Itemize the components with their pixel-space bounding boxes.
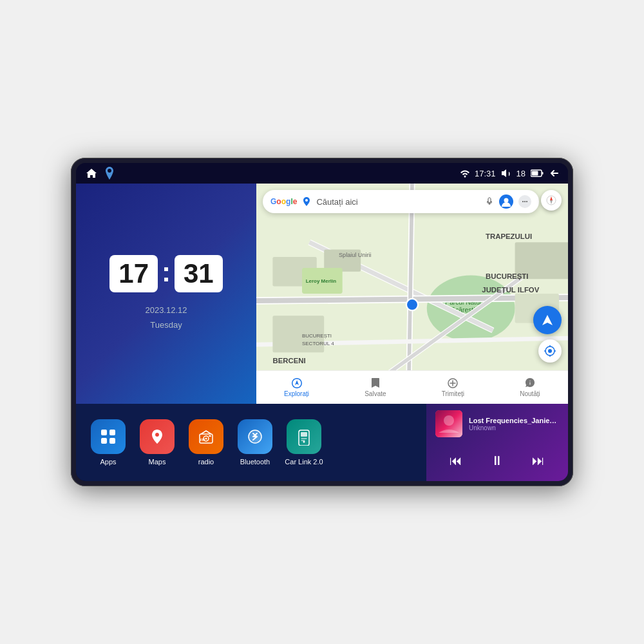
radio-icon: FM	[189, 419, 223, 454]
battery-icon	[531, 169, 544, 177]
apps-label: Apps	[100, 458, 116, 466]
updates-icon	[524, 377, 536, 389]
clock-date: 2023.12.12 Tuesday	[145, 303, 187, 333]
svg-text:SECTORUL 4: SECTORUL 4	[302, 341, 334, 346]
carlink-label: Car Link 2.0	[285, 458, 323, 466]
clock-display: 17 : 31	[109, 255, 222, 292]
svg-text:BERCENI: BERCENI	[272, 357, 305, 365]
map-updates-btn[interactable]: Noutăți	[520, 377, 540, 397]
map-navigate-btn[interactable]	[533, 306, 562, 334]
bottom-section: Apps Maps	[76, 404, 568, 481]
svg-text:Splaiul Unirii: Splaiul Unirii	[339, 252, 372, 258]
music-thumbnail	[435, 410, 462, 437]
updates-label: Noutăți	[520, 390, 540, 397]
music-title: Lost Frequencies_Janieck Devy-...	[469, 417, 559, 424]
svg-rect-1	[532, 171, 538, 176]
svg-text:JUDEȚUL ILFOV: JUDEȚUL ILFOV	[482, 286, 539, 294]
date-text: 2023.12.12	[145, 303, 187, 317]
car-display-device: 17:31 18	[71, 158, 573, 486]
app-item-carlink[interactable]: Car Link 2.0	[285, 419, 323, 466]
day-text: Tuesday	[145, 317, 187, 332]
music-artist: Unknown	[469, 424, 559, 431]
svg-text:TRAPEZULUI: TRAPEZULUI	[486, 232, 532, 240]
app-item-bluetooth[interactable]: Bluetooth	[236, 419, 274, 466]
svg-point-41	[205, 438, 207, 440]
mic-icon[interactable]	[485, 197, 494, 206]
svg-point-49	[444, 415, 454, 426]
svg-rect-35	[109, 430, 115, 435]
map-top-right	[541, 190, 562, 211]
clock-hours: 17	[109, 255, 158, 292]
svg-rect-46	[301, 432, 307, 437]
search-icons	[485, 194, 531, 209]
maps-logo: Google	[270, 197, 297, 206]
map-orientation-btn[interactable]	[541, 190, 562, 211]
explore-icon	[291, 377, 303, 389]
app-item-apps[interactable]: Apps	[89, 419, 128, 466]
svg-text:FM: FM	[200, 438, 205, 442]
map-bottom-nav: Explorați Salvate	[256, 370, 568, 404]
contribute-label: Trimiteți	[442, 390, 464, 397]
svg-point-24	[504, 198, 509, 203]
svg-rect-36	[101, 438, 107, 444]
status-bar: 17:31 18	[76, 163, 568, 184]
account-icon[interactable]	[499, 194, 513, 209]
clock-panel: 17 : 31 2023.12.12 Tuesday	[76, 184, 256, 404]
svg-text:BUCUREȘTI: BUCUREȘTI	[486, 272, 528, 280]
map-panel[interactable]: Parcul Natural Văcărești	[256, 184, 568, 404]
svg-text:BUCUREȘTI: BUCUREȘTI	[302, 333, 332, 339]
saved-icon	[370, 377, 381, 389]
contribute-icon	[447, 377, 459, 389]
bluetooth-label: Bluetooth	[240, 458, 270, 466]
music-next-btn[interactable]: ⏭	[527, 449, 550, 472]
app-item-radio[interactable]: FM radio	[187, 419, 225, 466]
volume-icon	[501, 169, 511, 178]
back-icon[interactable]	[549, 168, 559, 178]
map-pin-small	[302, 197, 311, 206]
top-section: 17 : 31 2023.12.12 Tuesday	[76, 184, 568, 404]
apps-panel: Apps Maps	[76, 404, 426, 481]
svg-rect-37	[109, 438, 115, 444]
maps-label: Maps	[149, 458, 166, 466]
main-content: 17 : 31 2023.12.12 Tuesday	[76, 184, 568, 481]
more-icon[interactable]	[518, 195, 531, 208]
map-saved-btn[interactable]: Salvate	[365, 377, 386, 397]
svg-point-27	[548, 349, 552, 353]
map-location-btn[interactable]	[538, 339, 562, 363]
map-explore-btn[interactable]: Explorați	[284, 377, 309, 397]
music-text: Lost Frequencies_Janieck Devy-... Unknow…	[469, 417, 559, 431]
explore-label: Explorați	[284, 390, 309, 397]
device-screen: 17:31 18	[76, 163, 568, 481]
svg-text:Leroy Merlin: Leroy Merlin	[306, 278, 337, 284]
maps-pin-icon[interactable]	[104, 167, 115, 180]
maps-icon	[140, 419, 175, 454]
carlink-icon	[287, 419, 321, 454]
saved-label: Salvate	[365, 390, 386, 397]
status-left	[85, 167, 115, 180]
apps-icon	[91, 419, 126, 454]
music-play-btn[interactable]: ⏸	[486, 449, 509, 472]
music-info: Lost Frequencies_Janieck Devy-... Unknow…	[435, 410, 559, 437]
svg-rect-34	[101, 430, 107, 435]
home-icon[interactable]	[85, 167, 98, 179]
svg-point-47	[303, 441, 305, 443]
clock-minutes: 31	[175, 255, 223, 292]
music-panel: Lost Frequencies_Janieck Devy-... Unknow…	[426, 404, 568, 481]
music-prev-btn[interactable]: ⏮	[444, 449, 468, 472]
status-right: 17:31 18	[460, 168, 559, 178]
clock-colon: :	[162, 257, 171, 288]
svg-rect-2	[542, 172, 544, 175]
radio-label: radio	[198, 458, 214, 466]
search-placeholder[interactable]: Căutați aici	[316, 197, 480, 207]
time-display: 17:31	[475, 169, 496, 178]
map-contribute-btn[interactable]: Trimiteți	[442, 377, 464, 397]
svg-point-22	[406, 299, 418, 310]
app-item-maps[interactable]: Maps	[138, 419, 176, 466]
music-controls: ⏮ ⏸ ⏭	[435, 446, 559, 475]
volume-level: 18	[516, 169, 526, 178]
bluetooth-icon	[238, 419, 272, 454]
signal-icon	[460, 169, 469, 178]
map-search-bar[interactable]: Google Căutați aici	[263, 190, 539, 213]
svg-rect-42	[209, 435, 211, 437]
svg-point-38	[156, 433, 158, 436]
